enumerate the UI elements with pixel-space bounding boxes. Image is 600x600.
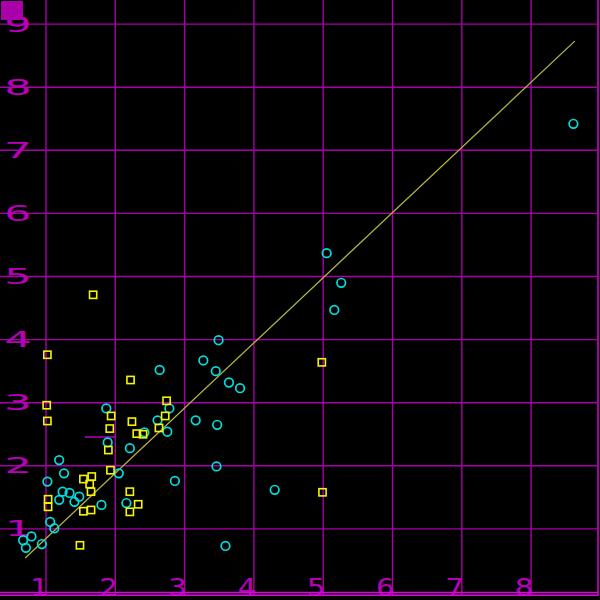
data-point-circle [163, 427, 172, 436]
data-point-circle [122, 499, 131, 508]
data-point-square [107, 467, 114, 474]
data-point-square [135, 501, 142, 508]
data-point-circle [70, 497, 79, 506]
data-point-circle [55, 456, 64, 465]
data-point-circle [153, 416, 162, 425]
x-tick-label: 5 [307, 574, 326, 600]
data-point-circle [330, 306, 339, 315]
data-point-square [88, 473, 95, 480]
plot-window: 98765432112345678 [0, 0, 600, 600]
data-point-square [44, 417, 51, 424]
data-point-circle [337, 279, 346, 288]
data-point-circle [22, 544, 31, 553]
data-point-circle [38, 540, 47, 549]
data-point-square [44, 351, 51, 358]
corner-block [1, 1, 23, 20]
data-point-square [80, 508, 87, 515]
x-tick-label: 7 [445, 574, 464, 600]
data-point-circle [221, 542, 230, 551]
data-point-circle [75, 492, 84, 501]
data-point-circle [55, 496, 64, 505]
data-point-circle [211, 367, 220, 376]
x-tick-label: 4 [238, 574, 257, 600]
data-point-circle [103, 438, 112, 447]
data-point-circle [270, 485, 279, 494]
data-point-square [108, 412, 115, 419]
data-point-square [76, 542, 83, 549]
y-tick-label: 8 [4, 76, 31, 100]
data-point-circle [43, 477, 52, 486]
data-point-circle [171, 477, 180, 486]
scatter-chart-canvas: 98765432112345678 [0, 0, 600, 600]
y-tick-label: 5 [4, 265, 31, 289]
data-point-circle [191, 416, 200, 425]
data-point-circle [213, 420, 222, 429]
y-tick-label: 2 [4, 454, 31, 478]
y-tick-label: 4 [4, 328, 31, 352]
data-point-circle [225, 378, 234, 387]
data-point-square [90, 291, 97, 298]
x-tick-label: 6 [376, 574, 395, 600]
data-point-circle [102, 404, 111, 413]
data-point-circle [60, 469, 69, 478]
y-tick-label: 3 [4, 391, 31, 415]
data-point-circle [165, 404, 174, 413]
data-point-circle [155, 366, 164, 375]
data-point-circle [199, 356, 208, 365]
x-tick-label: 8 [515, 574, 534, 600]
data-point-circle [97, 501, 106, 510]
x-tick-label: 1 [30, 574, 49, 600]
data-point-square [127, 376, 134, 383]
data-point-circle [126, 444, 135, 453]
data-point-square [128, 418, 135, 425]
data-point-circle [236, 384, 245, 393]
data-point-square [106, 425, 113, 432]
y-tick-label: 6 [4, 202, 31, 226]
y-tick-label: 7 [4, 139, 31, 163]
x-tick-label: 3 [168, 574, 187, 600]
data-point-square [162, 412, 169, 419]
identity-fit-line [25, 41, 575, 558]
data-point-square [126, 488, 133, 495]
data-point-square [318, 359, 325, 366]
data-point-square [87, 506, 94, 513]
data-point-square [126, 508, 133, 515]
data-point-circle [569, 119, 578, 128]
x-tick-label: 2 [99, 574, 118, 600]
